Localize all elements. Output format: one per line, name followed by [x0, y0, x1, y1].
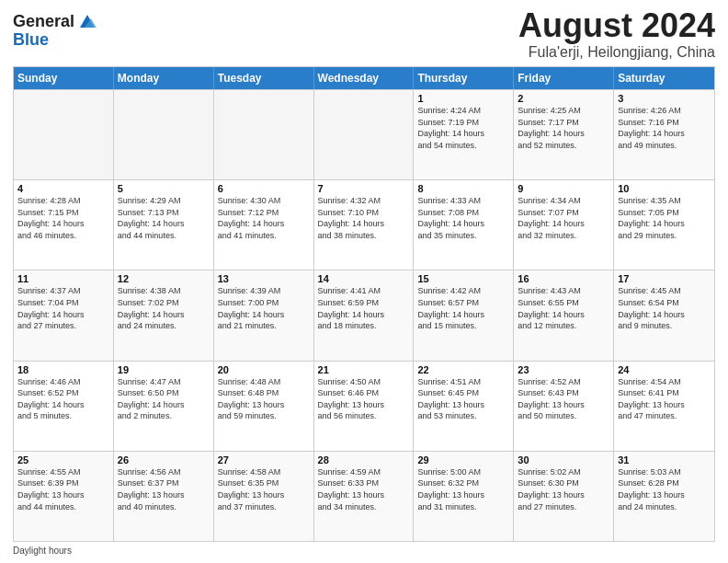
- calendar-cell: 28Sunrise: 4:59 AM Sunset: 6:33 PM Dayli…: [314, 452, 415, 541]
- calendar-cell: [314, 90, 415, 179]
- cell-text: Sunrise: 4:33 AM Sunset: 7:08 PM Dayligh…: [417, 195, 509, 241]
- cell-text: Sunrise: 4:51 AM Sunset: 6:45 PM Dayligh…: [417, 376, 509, 422]
- header-cell-thursday: Thursday: [414, 67, 514, 89]
- day-number: 16: [518, 273, 609, 284]
- calendar-row-4: 25Sunrise: 4:55 AM Sunset: 6:39 PM Dayli…: [14, 451, 714, 541]
- calendar-cell: 14Sunrise: 4:41 AM Sunset: 6:59 PM Dayli…: [314, 270, 415, 360]
- cell-text: Sunrise: 4:56 AM Sunset: 6:37 PM Dayligh…: [118, 466, 210, 512]
- day-number: 9: [518, 183, 609, 194]
- calendar-cell: 19Sunrise: 4:47 AM Sunset: 6:50 PM Dayli…: [114, 362, 214, 451]
- cell-text: Sunrise: 4:59 AM Sunset: 6:33 PM Dayligh…: [318, 466, 410, 512]
- cell-text: Sunrise: 4:26 AM Sunset: 7:16 PM Dayligh…: [618, 105, 711, 151]
- logo-text-blue: Blue: [13, 30, 49, 49]
- cell-text: Sunrise: 4:37 AM Sunset: 7:04 PM Dayligh…: [17, 285, 109, 331]
- calendar-cell: 27Sunrise: 4:58 AM Sunset: 6:35 PM Dayli…: [214, 452, 314, 541]
- header-cell-friday: Friday: [514, 67, 614, 89]
- header-cell-sunday: Sunday: [14, 67, 114, 89]
- calendar-cell: 6Sunrise: 4:30 AM Sunset: 7:12 PM Daylig…: [214, 180, 314, 270]
- calendar-cell: 12Sunrise: 4:38 AM Sunset: 7:02 PM Dayli…: [114, 270, 214, 360]
- calendar-cell: 11Sunrise: 4:37 AM Sunset: 7:04 PM Dayli…: [14, 270, 114, 360]
- day-number: 10: [618, 183, 711, 194]
- day-number: 12: [118, 273, 210, 284]
- calendar-cell: 7Sunrise: 4:32 AM Sunset: 7:10 PM Daylig…: [314, 180, 415, 270]
- calendar-cell: 26Sunrise: 4:56 AM Sunset: 6:37 PM Dayli…: [114, 452, 214, 541]
- cell-text: Sunrise: 4:25 AM Sunset: 7:17 PM Dayligh…: [518, 105, 609, 151]
- cell-text: Sunrise: 4:35 AM Sunset: 7:05 PM Dayligh…: [618, 195, 711, 241]
- calendar-cell: 21Sunrise: 4:50 AM Sunset: 6:46 PM Dayli…: [314, 362, 415, 451]
- calendar-cell: 30Sunrise: 5:02 AM Sunset: 6:30 PM Dayli…: [514, 452, 614, 541]
- calendar-cell: 4Sunrise: 4:28 AM Sunset: 7:15 PM Daylig…: [14, 180, 114, 270]
- header-cell-tuesday: Tuesday: [214, 67, 314, 89]
- calendar-cell: 5Sunrise: 4:29 AM Sunset: 7:13 PM Daylig…: [114, 180, 214, 270]
- day-number: 6: [218, 183, 310, 194]
- cell-text: Sunrise: 4:50 AM Sunset: 6:46 PM Dayligh…: [318, 376, 410, 422]
- calendar-cell: 17Sunrise: 4:45 AM Sunset: 6:54 PM Dayli…: [614, 270, 714, 360]
- cell-text: Sunrise: 4:39 AM Sunset: 7:00 PM Dayligh…: [218, 285, 310, 331]
- bottom-note: Daylight hours: [13, 546, 715, 556]
- calendar-cell: [14, 90, 114, 179]
- day-number: 7: [318, 183, 410, 194]
- day-number: 8: [417, 183, 509, 194]
- day-number: 24: [618, 364, 711, 375]
- day-number: 18: [17, 364, 109, 375]
- cell-text: Sunrise: 4:30 AM Sunset: 7:12 PM Dayligh…: [218, 195, 310, 241]
- header-cell-monday: Monday: [114, 67, 214, 89]
- top-section: General Blue August 2024 Fula'erji, Heil…: [13, 9, 715, 61]
- cell-text: Sunrise: 4:24 AM Sunset: 7:19 PM Dayligh…: [417, 105, 509, 151]
- logo-icon: [76, 11, 97, 31]
- day-number: 20: [218, 364, 310, 375]
- day-number: 21: [318, 364, 410, 375]
- day-number: 31: [618, 454, 711, 465]
- cell-text: Sunrise: 4:28 AM Sunset: 7:15 PM Dayligh…: [17, 195, 109, 241]
- cell-text: Sunrise: 4:42 AM Sunset: 6:57 PM Dayligh…: [417, 285, 509, 331]
- cell-text: Sunrise: 4:45 AM Sunset: 6:54 PM Dayligh…: [618, 285, 711, 331]
- calendar-body: 1Sunrise: 4:24 AM Sunset: 7:19 PM Daylig…: [14, 89, 714, 541]
- calendar-cell: 16Sunrise: 4:43 AM Sunset: 6:55 PM Dayli…: [514, 270, 614, 360]
- calendar-cell: 20Sunrise: 4:48 AM Sunset: 6:48 PM Dayli…: [214, 362, 314, 451]
- calendar: SundayMondayTuesdayWednesdayThursdayFrid…: [13, 66, 715, 542]
- cell-text: Sunrise: 5:00 AM Sunset: 6:32 PM Dayligh…: [417, 466, 509, 512]
- day-number: 29: [417, 454, 509, 465]
- calendar-header: SundayMondayTuesdayWednesdayThursdayFrid…: [14, 67, 714, 89]
- calendar-cell: 13Sunrise: 4:39 AM Sunset: 7:00 PM Dayli…: [214, 270, 314, 360]
- day-number: 14: [318, 273, 410, 284]
- cell-text: Sunrise: 4:41 AM Sunset: 6:59 PM Dayligh…: [318, 285, 410, 331]
- cell-text: Sunrise: 4:29 AM Sunset: 7:13 PM Dayligh…: [118, 195, 210, 241]
- day-number: 2: [518, 93, 609, 104]
- cell-text: Sunrise: 4:52 AM Sunset: 6:43 PM Dayligh…: [518, 376, 609, 422]
- calendar-cell: 31Sunrise: 5:03 AM Sunset: 6:28 PM Dayli…: [614, 452, 714, 541]
- header-cell-wednesday: Wednesday: [314, 67, 415, 89]
- cell-text: Sunrise: 4:58 AM Sunset: 6:35 PM Dayligh…: [218, 466, 310, 512]
- day-number: 19: [118, 364, 210, 375]
- day-number: 30: [518, 454, 609, 465]
- calendar-row-2: 11Sunrise: 4:37 AM Sunset: 7:04 PM Dayli…: [14, 270, 714, 360]
- calendar-cell: 29Sunrise: 5:00 AM Sunset: 6:32 PM Dayli…: [414, 452, 514, 541]
- day-number: 15: [417, 273, 509, 284]
- logo: General Blue: [13, 13, 97, 50]
- cell-text: Sunrise: 4:48 AM Sunset: 6:48 PM Dayligh…: [218, 376, 310, 422]
- calendar-row-3: 18Sunrise: 4:46 AM Sunset: 6:52 PM Dayli…: [14, 361, 714, 451]
- page: General Blue August 2024 Fula'erji, Heil…: [0, 0, 728, 563]
- day-number: 1: [417, 93, 509, 104]
- calendar-cell: 25Sunrise: 4:55 AM Sunset: 6:39 PM Dayli…: [14, 452, 114, 541]
- calendar-row-1: 4Sunrise: 4:28 AM Sunset: 7:15 PM Daylig…: [14, 179, 714, 270]
- month-title: August 2024: [518, 9, 715, 42]
- calendar-cell: 10Sunrise: 4:35 AM Sunset: 7:05 PM Dayli…: [614, 180, 714, 270]
- day-number: 27: [218, 454, 310, 465]
- day-number: 23: [518, 364, 609, 375]
- calendar-cell: 23Sunrise: 4:52 AM Sunset: 6:43 PM Dayli…: [514, 362, 614, 451]
- title-area: August 2024 Fula'erji, Heilongjiang, Chi…: [518, 9, 715, 61]
- calendar-row-0: 1Sunrise: 4:24 AM Sunset: 7:19 PM Daylig…: [14, 89, 714, 179]
- day-number: 11: [17, 273, 109, 284]
- calendar-cell: 22Sunrise: 4:51 AM Sunset: 6:45 PM Dayli…: [414, 362, 514, 451]
- calendar-cell: 1Sunrise: 4:24 AM Sunset: 7:19 PM Daylig…: [414, 90, 514, 179]
- day-number: 13: [218, 273, 310, 284]
- day-number: 17: [618, 273, 711, 284]
- day-number: 4: [17, 183, 109, 194]
- cell-text: Sunrise: 5:02 AM Sunset: 6:30 PM Dayligh…: [518, 466, 609, 512]
- location-title: Fula'erji, Heilongjiang, China: [518, 44, 715, 61]
- cell-text: Sunrise: 5:03 AM Sunset: 6:28 PM Dayligh…: [618, 466, 711, 512]
- cell-text: Sunrise: 4:46 AM Sunset: 6:52 PM Dayligh…: [17, 376, 109, 422]
- calendar-cell: 24Sunrise: 4:54 AM Sunset: 6:41 PM Dayli…: [614, 362, 714, 451]
- calendar-cell: 3Sunrise: 4:26 AM Sunset: 7:16 PM Daylig…: [614, 90, 714, 179]
